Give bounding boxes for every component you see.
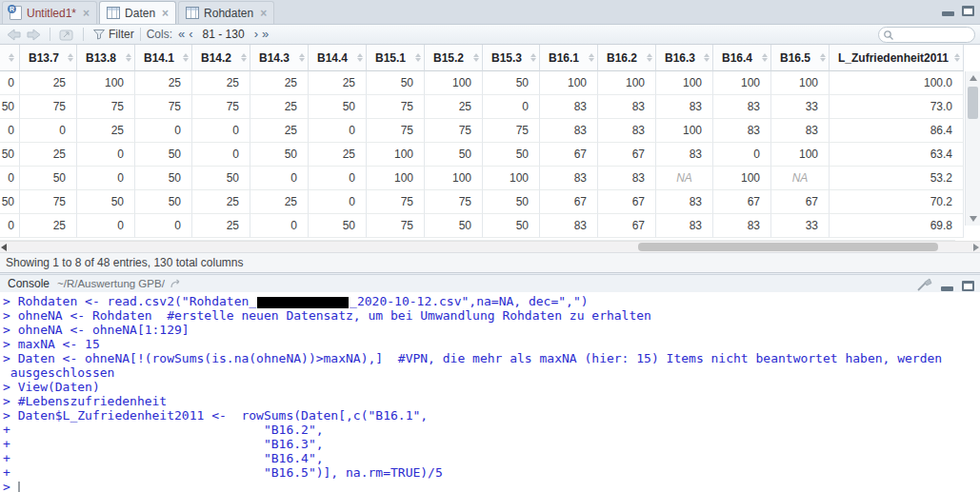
next-columns-icon[interactable]: › bbox=[254, 26, 258, 43]
cell: 67 bbox=[540, 143, 598, 167]
scroll-right-icon[interactable] bbox=[973, 244, 979, 251]
cell: 50 bbox=[0, 95, 20, 119]
column-header-label: B16.2 bbox=[607, 51, 637, 65]
column-header-label: B13.8 bbox=[86, 51, 116, 65]
scroll-down-icon[interactable] bbox=[970, 216, 977, 222]
cell: 0 bbox=[77, 143, 135, 167]
scroll-left-icon[interactable] bbox=[1, 244, 7, 251]
forward-icon[interactable] bbox=[27, 29, 41, 41]
column-header-label: B15.3 bbox=[491, 51, 522, 65]
cell: 100 bbox=[425, 71, 483, 95]
tab-label: Rohdaten bbox=[204, 7, 253, 20]
column-header[interactable]: L_Zufriedenheit2011 bbox=[830, 45, 964, 71]
maximize-pane-icon[interactable] bbox=[962, 6, 974, 16]
prev-columns-icon[interactable]: ‹ bbox=[189, 26, 192, 43]
close-icon[interactable]: × bbox=[162, 7, 169, 20]
cell: 25 bbox=[20, 214, 77, 238]
sort-icon bbox=[126, 50, 131, 65]
cell: 50 bbox=[135, 143, 192, 167]
cell: 0 bbox=[0, 214, 20, 238]
table-row: 5075757575255075250838383833373.0 bbox=[0, 95, 980, 119]
cell: 75 bbox=[20, 95, 77, 119]
cell: 100 bbox=[367, 143, 425, 167]
cell: 83 bbox=[540, 167, 598, 190]
cell: 50 bbox=[20, 167, 77, 190]
cell: 63.4 bbox=[830, 143, 964, 167]
tab-daten[interactable]: Daten × bbox=[99, 1, 176, 24]
close-icon[interactable]: × bbox=[260, 7, 267, 20]
cell: 0 bbox=[250, 167, 309, 190]
goto-directory-icon[interactable] bbox=[170, 279, 183, 288]
cell: 25 bbox=[309, 71, 367, 95]
data-viewer-grid: B13.7B13.8B14.1B14.2B14.3B14.4B15.1B15.2… bbox=[0, 45, 980, 252]
console-output[interactable]: > Rohdaten <- read.csv2("Rohdaten__2020-… bbox=[0, 292, 980, 492]
scroll-up-icon[interactable] bbox=[970, 75, 977, 81]
column-header[interactable]: B13.7 bbox=[20, 45, 77, 71]
column-header-label: B16.3 bbox=[665, 51, 695, 65]
pane-buttons bbox=[942, 6, 974, 16]
column-header[interactable] bbox=[0, 45, 20, 71]
search-input[interactable] bbox=[894, 29, 969, 42]
table-row: 025100252525255010050100100100100100100.… bbox=[0, 71, 980, 95]
cell: 100 bbox=[713, 71, 771, 95]
first-columns-icon[interactable]: « bbox=[178, 26, 185, 43]
vertical-scrollbar[interactable] bbox=[965, 71, 980, 226]
column-header[interactable]: B16.4 bbox=[713, 45, 771, 71]
filter-button[interactable]: Filter bbox=[109, 28, 134, 41]
console-line: > maxNA <- 15 bbox=[3, 337, 980, 351]
horizontal-scrollbar[interactable] bbox=[0, 241, 980, 252]
table-icon bbox=[107, 7, 120, 19]
cell: 100 bbox=[656, 71, 713, 95]
cell: 100 bbox=[367, 167, 425, 190]
text-cursor bbox=[18, 482, 20, 492]
cell: 25 bbox=[77, 119, 135, 143]
sort-icon bbox=[704, 50, 710, 65]
tab-rohdaten[interactable]: Rohdaten × bbox=[178, 1, 274, 24]
cell: 83 bbox=[713, 214, 771, 238]
cell: 100 bbox=[713, 167, 771, 190]
column-header-label: B14.3 bbox=[259, 51, 290, 65]
column-header[interactable]: B14.4 bbox=[309, 45, 367, 71]
column-header[interactable]: B16.2 bbox=[598, 45, 656, 71]
column-header[interactable]: B13.8 bbox=[77, 45, 135, 71]
minimize-pane-icon[interactable] bbox=[941, 281, 953, 291]
maximize-pane-icon[interactable] bbox=[962, 281, 974, 291]
column-header[interactable]: B15.1 bbox=[367, 45, 425, 71]
tab-untitled1[interactable]: R Untitled1* × bbox=[2, 1, 97, 24]
back-icon[interactable] bbox=[7, 29, 21, 41]
cell: 50 bbox=[483, 71, 540, 95]
column-header[interactable]: B16.3 bbox=[656, 45, 713, 71]
cell: 50 bbox=[135, 167, 192, 190]
column-header[interactable]: B15.2 bbox=[425, 45, 483, 71]
tab-label: Daten bbox=[125, 7, 155, 20]
working-directory: ~/R/Auswertung GPB/ bbox=[57, 278, 165, 289]
tab-label: Untitled1* bbox=[27, 7, 76, 20]
cell: 25 bbox=[425, 95, 483, 119]
cell: 73.0 bbox=[830, 95, 964, 119]
column-header[interactable]: B14.2 bbox=[192, 45, 250, 71]
cell: 83 bbox=[771, 119, 830, 143]
column-header-label: B16.4 bbox=[722, 51, 752, 65]
column-header[interactable]: B16.5 bbox=[771, 45, 830, 71]
close-icon[interactable]: × bbox=[83, 7, 90, 20]
column-header[interactable]: B15.3 bbox=[483, 45, 540, 71]
popout-window-icon[interactable] bbox=[59, 29, 74, 41]
last-columns-icon[interactable]: » bbox=[262, 26, 269, 43]
sort-icon bbox=[241, 50, 247, 65]
console-line: > Daten <- ohneNA[!(rowSums(is.na(ohneNA… bbox=[3, 351, 980, 365]
cell: 75 bbox=[77, 95, 135, 119]
table-row: 0250025050755050836783833369.8 bbox=[0, 214, 980, 238]
horizontal-scrollbar-thumb[interactable] bbox=[638, 243, 938, 251]
column-header[interactable]: B14.3 bbox=[250, 45, 309, 71]
column-header-label: B13.7 bbox=[29, 51, 59, 65]
minimize-pane-icon[interactable] bbox=[942, 6, 954, 16]
vertical-scrollbar-thumb[interactable] bbox=[968, 87, 978, 119]
cell: 67 bbox=[713, 190, 771, 214]
cell: 83 bbox=[656, 190, 713, 214]
console-line: > View(Daten) bbox=[3, 380, 980, 394]
column-header[interactable]: B14.1 bbox=[135, 45, 192, 71]
column-header[interactable]: B16.1 bbox=[540, 45, 598, 71]
sort-icon bbox=[954, 50, 960, 65]
console-line: + "B16.2", bbox=[3, 423, 980, 437]
cell: 25 bbox=[250, 190, 309, 214]
